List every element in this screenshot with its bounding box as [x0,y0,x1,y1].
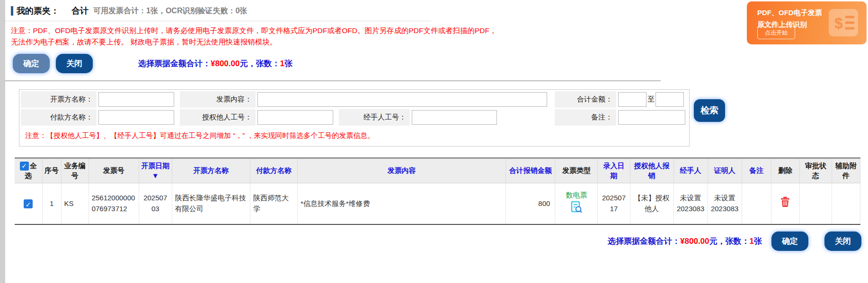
upload-notice-line2: 无法作为电子档案，故请不要上传。 财政电子票据，暂时无法使用快速报销模块。 [11,36,868,48]
col-handler[interactable]: 经手人 [673,158,708,183]
cell-invoice-no: 25612000000076973712 [89,183,139,224]
cell-content: *信息技术服务*维修费 [297,183,505,224]
delete-row-button[interactable] [780,197,790,209]
prover-id: 2023083 [711,204,739,214]
svg-text:$: $ [834,15,843,32]
invoice-folder-panel: 我的票夹： 合计 可用发票合计：1张，OCR识别验证失败：0张 注意：PDF、O… [5,0,868,251]
cell-entry-date: 20250717 [598,183,630,224]
cell-handler: 未设置 2023083 [673,183,708,224]
selection-total-count-suffix: 张 [284,59,292,68]
cell-amount: 800 [506,183,555,224]
amount-min-input[interactable] [618,92,647,107]
amount-max-input[interactable] [655,92,684,107]
payer-name-input[interactable] [98,110,174,125]
select-all-header: 全选 [15,158,42,183]
table-header-row: 全选 序号 业务编号 发票号 开票日期▼ 开票方名称 付款方名称 发票内容 合计… [15,158,860,183]
search-note: 注意：【授权他人工号】、【经手人工号】可通过在工号之间增加 “，” ，来实现同时… [19,127,689,146]
col-approval-status: 审批状态 [799,158,832,183]
selection-total-label: 选择票据金额合计： [138,59,211,68]
header-scope: 合计 [71,5,89,17]
selection-total-amount: ¥800.00 [211,59,239,68]
col-seq: 序号 [42,158,61,183]
cell-issuer: 陕西长隆华盛电子科技有限公司 [172,183,250,224]
cell-auxiliary [832,183,860,224]
selection-total-top: 选择票据金额合计：¥800.00元，张数：1张 [138,58,292,69]
invoice-content-label: 发票内容： [180,91,256,108]
cell-invoice-date: 20250703 [139,183,172,224]
issuer-name-label: 开票方名称： [21,91,97,108]
col-issuer[interactable]: 开票方名称 [172,158,250,183]
select-all-checkbox[interactable] [20,162,29,171]
handler-id-input[interactable] [412,110,497,125]
trash-icon [780,202,790,209]
cell-approval-status [799,183,832,224]
close-button-bottom[interactable]: 关闭 [824,232,861,251]
handler-id-label: 经手人工号： [339,109,410,126]
cell-delete [771,183,799,224]
col-payer[interactable]: 付款方名称 [250,158,297,183]
dollar-receipt-icon: $ [829,9,858,38]
confirm-button-top[interactable]: 确定 [13,54,50,73]
total-amount-label: 合计金额： [555,91,616,108]
col-remark[interactable]: 备注 [742,158,771,183]
col-authorized[interactable]: 授权他人报销 [630,158,673,183]
upload-card-title-line1: PDF、OFD电子发票 [757,7,822,19]
col-delete: 删除 [771,158,799,183]
upload-card[interactable]: PDF、OFD电子发票 原文件上传识别 点击开始 $ [747,1,867,44]
col-business-no: 业务编号 [61,158,89,183]
title-accent-bar [11,6,13,16]
cell-seq: 1 [42,183,61,224]
col-invoice-date-sort[interactable]: 开票日期▼ [139,158,172,183]
selection-total-label: 选择票据金额合计： [608,237,680,246]
search-form: 开票方名称： 发票内容： 合计金额： 至 付款方名称： 授权他人工号： 经手人工… [19,90,690,127]
remark-input[interactable] [618,110,685,125]
col-content[interactable]: 发票内容 [297,158,505,183]
col-invoice-no: 发票号 [89,158,139,183]
cell-prover: 未设置 2023083 [708,183,742,224]
selection-total-bottom: 选择票据金额合计：¥800.00元，张数：1张 [608,236,762,247]
search-panel: 开票方名称： 发票内容： 合计金额： 至 付款方名称： 授权他人工号： 经手人工… [19,89,868,146]
prover-name: 未设置 [711,193,739,204]
selection-total-amount: ¥800.00 [680,237,709,246]
table-row: 1 KS 25612000000076973712 20250703 陕西长隆华… [15,183,860,224]
upload-notice-line1: 注意：PDF、OFD电子发票原文件识别上传时，请务必使用电子发票原文件，即文件格… [11,25,868,36]
upload-start-button[interactable]: 点击开始 [757,26,795,39]
handler-name: 未设置 [677,193,705,204]
cell-authorized: 【未】授权他人 [630,183,673,224]
header-summary: 可用发票合计：1张，OCR识别验证失败：0张 [93,6,247,16]
payer-name-label: 付款方名称： [21,109,97,126]
col-entry-date[interactable]: 录入日期 [598,158,630,183]
handler-id: 2023083 [677,204,705,214]
selection-total-amount-suffix: 元，张数： [239,59,280,68]
selection-total-amount-suffix: 元，张数： [709,237,750,246]
col-invoice-type: 发票类型 [555,158,598,183]
col-amount[interactable]: 合计报销金额 [506,158,555,183]
upload-notice: 注意：PDF、OFD电子发票原文件识别上传时，请务必使用电子发票原文件，即文件格… [5,21,868,48]
invoice-table: 全选 序号 业务编号 发票号 开票日期▼ 开票方名称 付款方名称 发票内容 合计… [15,157,860,225]
amount-to-label: 至 [647,95,655,103]
search-form-box: 开票方名称： 发票内容： 合计金额： 至 付款方名称： 授权他人工号： 经手人工… [19,89,690,146]
authorized-id-label: 授权他人工号： [180,109,256,126]
search-button[interactable]: 检索 [694,99,725,122]
col-auxiliary: 辅助附件 [832,158,860,183]
bottom-toolbar: 选择票据金额合计：¥800.00元，张数：1张 确定 关闭 [5,232,868,251]
selection-total-count: 1 [750,237,754,246]
confirm-button-bottom[interactable]: 确定 [771,232,808,251]
digital-invoice-search-icon [570,207,583,215]
section-divider [5,80,661,81]
authorized-id-input[interactable] [257,110,333,125]
page-title: 我的票夹： [17,5,59,17]
row-checkbox[interactable] [24,199,33,208]
cell-remark [742,183,771,224]
cell-invoice-type: 数电票 [555,183,598,224]
close-button-top[interactable]: 关闭 [56,54,93,73]
top-toolbar: 确定 关闭 选择票据金额合计：¥800.00元，张数：1张 [5,48,868,73]
issuer-name-input[interactable] [98,92,174,107]
col-prover[interactable]: 证明人 [708,158,742,183]
cell-business-no: KS [61,183,89,224]
invoice-type-label: 数电票 [558,190,594,201]
invoice-content-input[interactable] [257,92,547,107]
selection-total-count: 1 [280,59,284,68]
page-header: 我的票夹： 合计 可用发票合计：1张，OCR识别验证失败：0张 [5,0,431,21]
remark-label: 备注： [555,109,616,126]
